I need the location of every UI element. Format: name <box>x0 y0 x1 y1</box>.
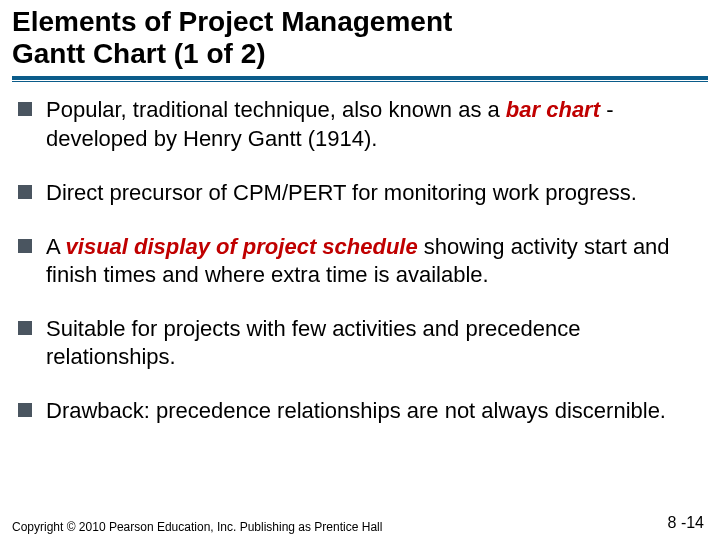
copyright-footer: Copyright © 2010 Pearson Education, Inc.… <box>12 521 382 534</box>
bullet-5-text: Drawback: precedence relationships are n… <box>46 398 666 423</box>
bullet-list: Popular, traditional technique, also kno… <box>18 96 702 425</box>
bullet-3-pre: A <box>46 234 66 259</box>
bullet-item-1: Popular, traditional technique, also kno… <box>18 96 702 152</box>
square-bullet-icon <box>18 403 32 417</box>
square-bullet-icon <box>18 239 32 253</box>
bullet-item-4: Suitable for projects with few activitie… <box>18 315 702 371</box>
bullet-item-3: A visual display of project schedule sho… <box>18 233 702 289</box>
square-bullet-icon <box>18 102 32 116</box>
page-number: 8 -14 <box>668 514 704 532</box>
slide-title: Elements of Project Management Gantt Cha… <box>0 0 720 70</box>
square-bullet-icon <box>18 185 32 199</box>
title-line-1: Elements of Project Management <box>12 6 708 38</box>
title-line-2: Gantt Chart (1 of 2) <box>12 38 708 70</box>
rule-thick <box>12 76 708 80</box>
bullet-4-text: Suitable for projects with few activitie… <box>46 316 580 369</box>
bullet-1-pre: Popular, traditional technique, also kno… <box>46 97 506 122</box>
square-bullet-icon <box>18 321 32 335</box>
bullet-3-emph: visual display of project schedule <box>66 234 418 259</box>
title-underline <box>12 76 708 82</box>
bullet-item-2: Direct precursor of CPM/PERT for monitor… <box>18 179 702 207</box>
bullet-2-text: Direct precursor of CPM/PERT for monitor… <box>46 180 637 205</box>
bullet-item-5: Drawback: precedence relationships are n… <box>18 397 702 425</box>
bullet-1-emph: bar chart <box>506 97 600 122</box>
slide: Elements of Project Management Gantt Cha… <box>0 0 720 540</box>
rule-thin <box>12 81 708 82</box>
